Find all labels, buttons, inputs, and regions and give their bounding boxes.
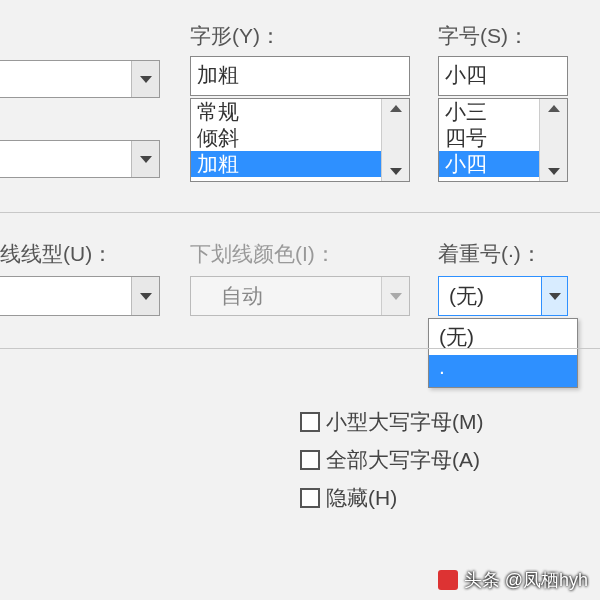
chevron-down-icon <box>390 168 402 175</box>
chevron-up-icon <box>548 105 560 112</box>
list-item[interactable]: 常规 <box>191 99 409 125</box>
list-item[interactable]: 加粗 <box>191 151 409 177</box>
list-item[interactable]: 倾斜 <box>191 125 409 151</box>
chevron-down-icon[interactable] <box>131 141 159 177</box>
divider <box>0 348 600 349</box>
chevron-down-icon <box>381 277 409 315</box>
small-caps-checkbox[interactable]: 小型大写字母(M) <box>300 408 483 436</box>
font-size-listbox[interactable]: 小三 四号 小四 <box>438 98 568 182</box>
checkbox-icon[interactable] <box>300 450 320 470</box>
scrollbar[interactable] <box>539 99 567 181</box>
underline-color-label: 下划线颜色(I)： <box>190 240 336 268</box>
checkbox-label: 小型大写字母(M) <box>326 408 483 436</box>
chevron-down-icon[interactable] <box>541 277 567 315</box>
chevron-down-icon[interactable] <box>131 277 159 315</box>
font-style-value: 加粗 <box>197 63 239 86</box>
font-style-input[interactable]: 加粗 <box>190 56 410 96</box>
underline-color-value: 自动 <box>221 282 263 310</box>
chevron-down-icon[interactable] <box>131 61 159 97</box>
underline-type-combo[interactable]: ) <box>0 276 160 316</box>
emphasis-combo[interactable]: (无) <box>438 276 568 316</box>
checkbox-icon[interactable] <box>300 488 320 508</box>
emphasis-value: (无) <box>449 282 484 310</box>
underline-color-combo: 自动 <box>190 276 410 316</box>
font-combo-partial-bottom[interactable] <box>0 140 160 178</box>
watermark-text: 头条 @凤栖hyh <box>464 568 588 592</box>
hidden-checkbox[interactable]: 隐藏(H) <box>300 484 397 512</box>
dropdown-option[interactable]: · <box>429 355 577 387</box>
emphasis-label: 着重号(·)： <box>438 240 542 268</box>
font-combo-partial-top[interactable] <box>0 60 160 98</box>
scrollbar[interactable] <box>381 99 409 181</box>
checkbox-icon[interactable] <box>300 412 320 432</box>
checkbox-label: 隐藏(H) <box>326 484 397 512</box>
checkbox-label: 全部大写字母(A) <box>326 446 480 474</box>
watermark: 头条 @凤栖hyh <box>438 568 588 592</box>
emphasis-dropdown-menu[interactable]: (无) · <box>428 318 578 388</box>
font-size-label: 字号(S)： <box>438 22 529 50</box>
all-caps-checkbox[interactable]: 全部大写字母(A) <box>300 446 480 474</box>
font-style-listbox[interactable]: 常规 倾斜 加粗 <box>190 98 410 182</box>
font-size-input[interactable]: 小四 <box>438 56 568 96</box>
font-style-label: 字形(Y)： <box>190 22 281 50</box>
watermark-icon <box>438 570 458 590</box>
dropdown-option[interactable]: (无) <box>429 319 577 355</box>
chevron-down-icon <box>548 168 560 175</box>
font-size-value: 小四 <box>445 63 487 86</box>
divider <box>0 212 600 213</box>
chevron-up-icon <box>390 105 402 112</box>
underline-type-label: 线线型(U)： <box>0 240 113 268</box>
